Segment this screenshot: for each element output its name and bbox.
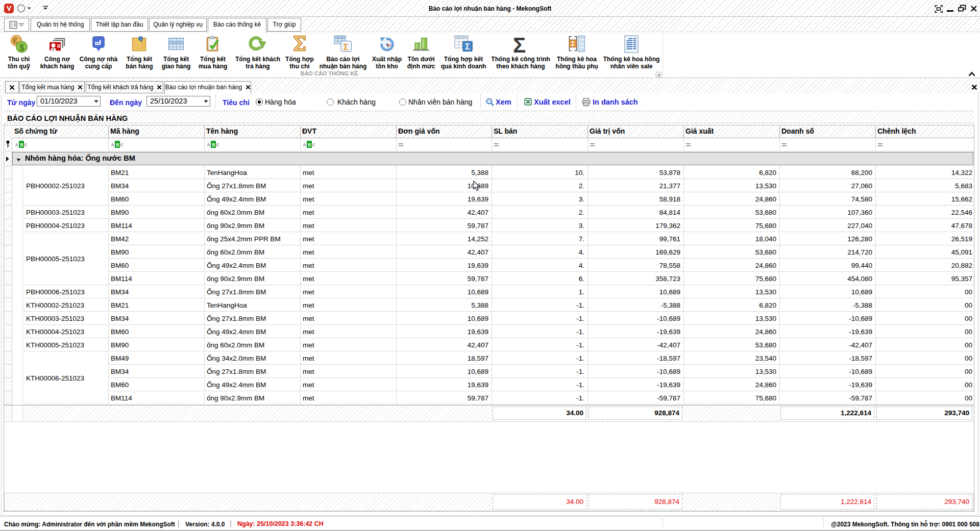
svg-text:Σ: Σ [571, 40, 575, 47]
svg-text:Σ: Σ [344, 42, 349, 52]
svg-text:$: $ [19, 43, 24, 53]
svg-text:Σ: Σ [465, 42, 470, 51]
svg-text:Σ: Σ [513, 33, 526, 55]
